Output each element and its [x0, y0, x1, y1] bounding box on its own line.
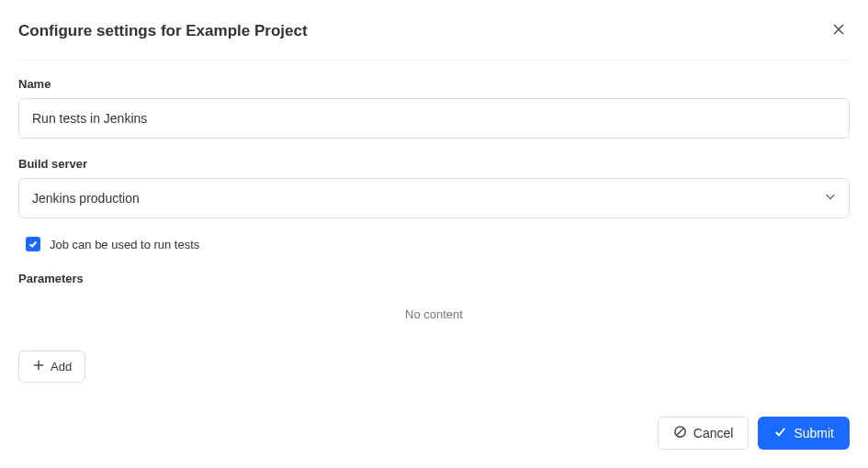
check-icon — [773, 425, 787, 441]
name-input[interactable] — [18, 98, 850, 139]
close-button[interactable] — [828, 18, 850, 43]
run-tests-checkbox-row: Job can be used to run tests — [18, 237, 850, 251]
close-icon — [831, 22, 846, 39]
cancel-button-label: Cancel — [693, 426, 734, 440]
name-field: Name — [18, 77, 850, 139]
add-parameter-button[interactable]: Add — [18, 351, 85, 383]
build-server-value: Jenkins production — [32, 191, 140, 206]
name-label: Name — [18, 77, 850, 91]
parameters-label: Parameters — [18, 272, 850, 285]
no-content-text: No content — [18, 307, 850, 321]
add-button-label: Add — [51, 360, 72, 373]
dialog-title: Configure settings for Example Project — [18, 22, 308, 40]
run-tests-checkbox[interactable] — [26, 237, 40, 251]
build-server-select[interactable]: Jenkins production — [18, 178, 850, 218]
submit-button[interactable]: Submit — [758, 417, 850, 450]
submit-button-label: Submit — [794, 426, 834, 440]
build-server-field: Build server Jenkins production — [18, 157, 850, 218]
cancel-icon — [673, 425, 687, 441]
run-tests-checkbox-label: Job can be used to run tests — [50, 238, 199, 251]
svg-line-5 — [677, 429, 684, 436]
dialog-header: Configure settings for Example Project — [18, 18, 850, 61]
plus-icon — [32, 359, 45, 374]
build-server-label: Build server — [18, 157, 850, 171]
cancel-button[interactable]: Cancel — [658, 417, 750, 450]
dialog-footer: Cancel Submit — [658, 417, 850, 450]
